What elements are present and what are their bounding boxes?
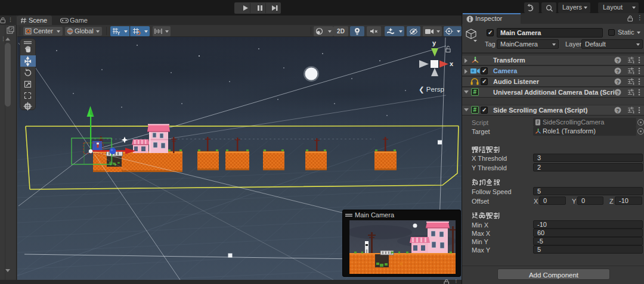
svg-text:x: x <box>450 60 454 67</box>
svg-text:?: ? <box>616 58 620 64</box>
svg-text:❮ Persp: ❮ Persp <box>419 86 444 93</box>
svg-text:y: y <box>432 39 436 46</box>
